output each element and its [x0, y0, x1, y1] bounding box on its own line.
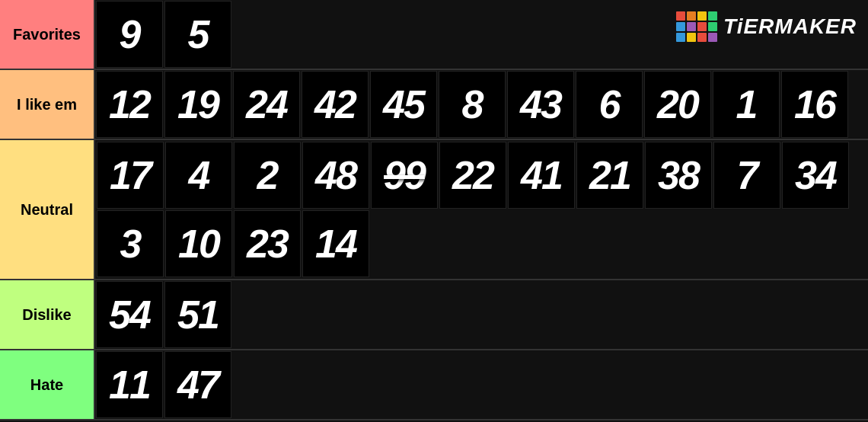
list-item: 51 — [164, 281, 231, 348]
list-item: 6 — [576, 71, 643, 138]
tier-row-dislike: Dislike 54 51 — [0, 280, 868, 350]
list-item: 24 — [233, 71, 300, 138]
list-item: 48 — [302, 142, 369, 209]
list-item: 4 — [165, 142, 232, 209]
hate-items: 11 47 — [95, 350, 868, 419]
dislike-label: Dislike — [0, 280, 95, 349]
list-item: 16 — [781, 71, 848, 138]
list-item: 11 — [96, 351, 163, 418]
tier-table: Favorites 9 5 I like em 12 19 24 42 45 8… — [0, 0, 868, 420]
list-item: 99 — [371, 142, 438, 209]
logo-grid-icon — [676, 11, 717, 42]
tiermaker-logo: TiERMAKER — [676, 11, 857, 42]
tier-row-hate: Hate 11 47 — [0, 350, 868, 420]
list-item: 7 — [713, 142, 780, 209]
hate-label: Hate — [0, 350, 95, 419]
list-item: 19 — [164, 71, 231, 138]
tier-row-ilikeem: I like em 12 19 24 42 45 8 43 6 20 1 16 — [0, 70, 868, 140]
list-item: 8 — [439, 71, 506, 138]
list-item: 34 — [782, 142, 849, 209]
neutral-items: 17 4 2 48 99 22 41 21 38 7 34 3 10 23 14 — [95, 140, 868, 279]
list-item: 47 — [164, 351, 231, 418]
neutral-label: Neutral — [0, 140, 95, 279]
list-item: 10 — [165, 210, 232, 277]
dislike-items: 54 51 — [95, 280, 868, 349]
list-item: 5 — [164, 1, 231, 68]
list-item: 12 — [96, 71, 163, 138]
list-item: 23 — [234, 210, 301, 277]
list-item: 21 — [576, 142, 643, 209]
list-item: 38 — [645, 142, 712, 209]
list-item: 41 — [508, 142, 575, 209]
ilikeem-label: I like em — [0, 70, 95, 139]
tier-row-neutral: Neutral 17 4 2 48 99 22 41 21 38 7 34 3 … — [0, 140, 868, 280]
ilikeem-items: 12 19 24 42 45 8 43 6 20 1 16 — [95, 70, 868, 139]
list-item: 54 — [96, 281, 163, 348]
list-item: 3 — [97, 210, 164, 277]
list-item: 1 — [713, 71, 780, 138]
list-item: 22 — [439, 142, 506, 209]
list-item: 2 — [234, 142, 301, 209]
list-item: 20 — [644, 71, 711, 138]
list-item: 17 — [97, 142, 164, 209]
logo-text: TiERMAKER — [723, 14, 857, 39]
favorites-label: Favorites — [0, 0, 95, 69]
list-item: 45 — [370, 71, 437, 138]
list-item: 9 — [96, 1, 163, 68]
list-item: 42 — [302, 71, 369, 138]
list-item: 14 — [302, 210, 369, 277]
list-item: 43 — [507, 71, 574, 138]
